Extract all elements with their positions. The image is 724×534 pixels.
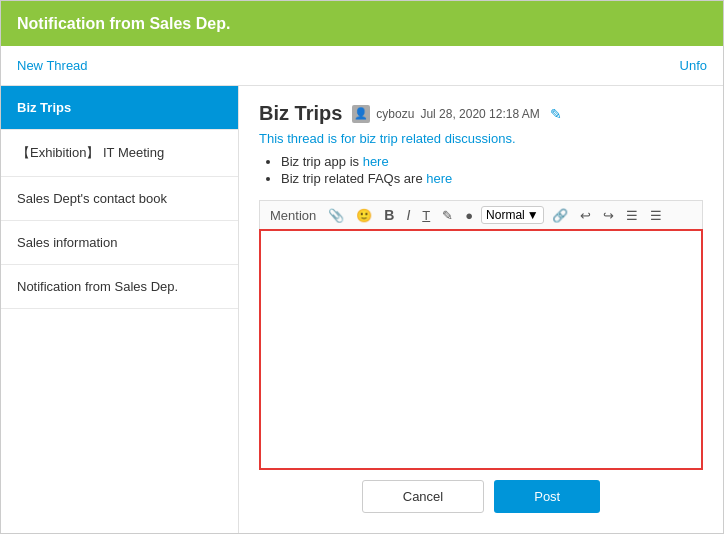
italic-button[interactable]: I: [402, 205, 414, 225]
editor-input[interactable]: [261, 231, 701, 468]
redo-button[interactable]: ↪: [599, 206, 618, 225]
mention-button[interactable]: Mention: [266, 206, 320, 225]
editor-wrapper: [259, 229, 703, 470]
attach-button[interactable]: 📎: [324, 206, 348, 225]
link-button[interactable]: 🔗: [548, 206, 572, 225]
thread-links: Biz trip app is here Biz trip related FA…: [259, 154, 703, 188]
biz-trip-app-link[interactable]: here: [363, 154, 389, 169]
sidebar-item-notification[interactable]: Notification from Sales Dep.: [1, 265, 238, 309]
more-button[interactable]: ☰: [646, 206, 666, 225]
edit-icon[interactable]: ✎: [550, 106, 562, 122]
content-area: Biz Trips 👤 cybozu Jul 28, 2020 12:18 AM…: [239, 86, 723, 533]
unfollow-link[interactable]: Unfo: [680, 58, 707, 73]
unfollow-anchor[interactable]: Unfo: [680, 58, 707, 73]
thread-link-2: Biz trip related FAQs are here: [281, 171, 703, 186]
new-thread-link[interactable]: New Thread: [17, 58, 88, 73]
new-thread-anchor[interactable]: New Thread: [17, 58, 88, 73]
main-content: Biz Trips 【Exhibition】 IT Meeting Sales …: [1, 86, 723, 533]
thread-description: This thread is for biz trip related disc…: [259, 131, 703, 146]
font-size-label: Normal: [486, 208, 525, 222]
more-format-button[interactable]: ●: [461, 206, 477, 225]
sidebar-item-sales-info[interactable]: Sales information: [1, 221, 238, 265]
bold-button[interactable]: B: [380, 205, 398, 225]
top-bar: New Thread Unfo: [1, 46, 723, 86]
biz-trip-faq-link[interactable]: here: [426, 171, 452, 186]
highlight-button[interactable]: ✎: [438, 206, 457, 225]
font-size-select[interactable]: Normal ▼: [481, 206, 544, 224]
thread-date: Jul 28, 2020 12:18 AM: [420, 107, 539, 121]
sidebar-item-contact-book[interactable]: Sales Dept's contact book: [1, 177, 238, 221]
cancel-button[interactable]: Cancel: [362, 480, 484, 513]
editor-toolbar: Mention 📎 🙂 B I T ✎ ● Normal ▼ 🔗 ↩ ↪ ☰ ☰: [259, 200, 703, 229]
app-header: Notification from Sales Dep.: [1, 1, 723, 46]
thread-title: Biz Trips: [259, 102, 342, 125]
sidebar: Biz Trips 【Exhibition】 IT Meeting Sales …: [1, 86, 239, 533]
undo-button[interactable]: ↩: [576, 206, 595, 225]
post-button[interactable]: Post: [494, 480, 600, 513]
sidebar-item-it-meeting[interactable]: 【Exhibition】 IT Meeting: [1, 130, 238, 177]
header-title: Notification from Sales Dep.: [17, 15, 230, 33]
emoji-button[interactable]: 🙂: [352, 206, 376, 225]
thread-meta: 👤 cybozu Jul 28, 2020 12:18 AM: [352, 105, 539, 123]
chevron-down-icon: ▼: [527, 208, 539, 222]
action-bar: Cancel Post: [259, 470, 703, 517]
thread-author: cybozu: [376, 107, 414, 121]
bullet-list-button[interactable]: ☰: [622, 206, 642, 225]
thread-header: Biz Trips 👤 cybozu Jul 28, 2020 12:18 AM…: [259, 102, 703, 125]
underline-button[interactable]: T: [418, 206, 434, 225]
thread-link-1: Biz trip app is here: [281, 154, 703, 169]
sidebar-item-biz-trips[interactable]: Biz Trips: [1, 86, 238, 130]
avatar-icon: 👤: [352, 105, 370, 123]
